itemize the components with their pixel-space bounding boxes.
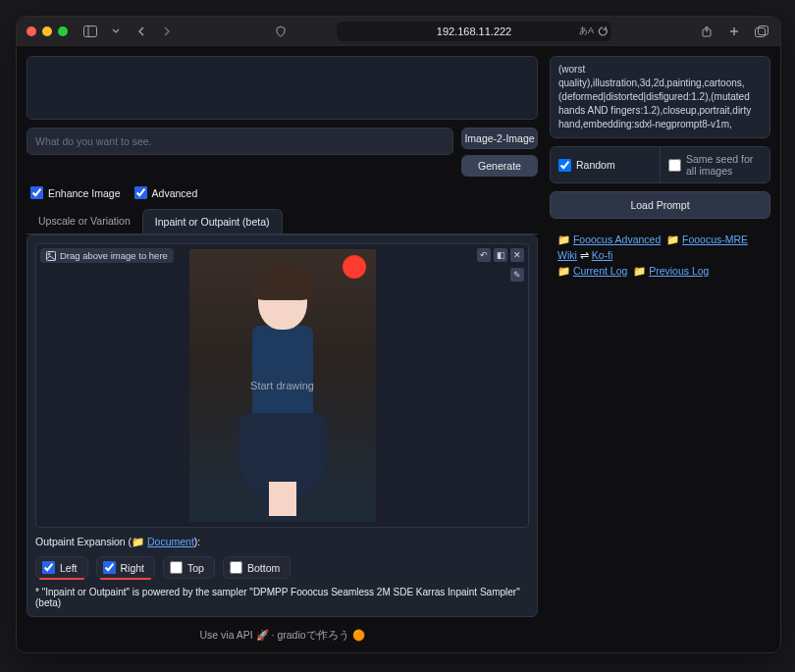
share-icon[interactable]	[698, 23, 716, 40]
lantern-decoration	[343, 255, 366, 279]
kofi-link[interactable]: Ko-fi	[592, 249, 613, 261]
svg-rect-7	[759, 26, 768, 34]
negative-prompt-panel[interactable]: (worst quality),illustration,3d,2d,paint…	[550, 56, 770, 138]
links-panel: 📁 Fooocus Advanced 📁 Fooocus-MRE Wiki ⇌ …	[550, 227, 770, 284]
outpaint-expansion-label: Outpaint Expansion (📁 Document):	[35, 536, 529, 548]
folder-icon: 📁	[633, 265, 646, 277]
same-seed-checkbox[interactable]: Same seed for all images	[660, 147, 769, 182]
fooocus-advanced-link[interactable]: Fooocus Advanced	[573, 233, 661, 245]
undo-icon[interactable]: ↶	[477, 248, 491, 262]
previous-log-link[interactable]: Previous Log	[649, 265, 709, 277]
load-prompt-button[interactable]: Load Prompt	[550, 191, 770, 219]
shield-icon[interactable]	[272, 23, 290, 40]
canvas-area[interactable]: Drag above image to here ↶ ◧ ✕ ✎	[35, 243, 529, 528]
options-row: Enhance Image Advanced	[26, 184, 538, 201]
enhance-image-checkbox[interactable]: Enhance Image	[30, 186, 121, 199]
reader-mode-badge[interactable]: あA	[579, 25, 608, 37]
traffic-lights	[26, 26, 68, 36]
forward-icon[interactable]	[158, 23, 176, 40]
svg-rect-6	[756, 27, 766, 36]
drag-hint: Drag above image to here	[40, 248, 174, 263]
generate-button[interactable]: Generate	[461, 155, 538, 177]
folder-icon: 📁	[557, 265, 570, 277]
start-drawing-label: Start drawing	[250, 380, 314, 391]
svg-point-9	[48, 253, 50, 255]
seed-options-panel: Random Same seed for all images	[550, 146, 770, 183]
inpaint-panel: Drag above image to here ↶ ◧ ✕ ✎	[26, 234, 538, 617]
random-checkbox[interactable]: Random	[551, 147, 660, 182]
image-2-image-button[interactable]: Image-2-Image	[461, 128, 538, 149]
advanced-checkbox[interactable]: Advanced	[134, 186, 198, 199]
prompt-placeholder: What do you want to see.	[35, 135, 151, 147]
gradio-icon: 🟠	[352, 629, 365, 641]
api-link[interactable]: Use via API	[199, 629, 252, 641]
direction-right[interactable]: Right	[96, 556, 156, 579]
minimize-window-icon[interactable]	[42, 26, 52, 36]
footer: Use via API 🚀 · gradioで作ろう 🟠	[26, 625, 538, 645]
image-icon	[46, 251, 56, 261]
current-log-link[interactable]: Current Log	[573, 265, 627, 277]
person-figure	[234, 271, 332, 516]
document-link[interactable]: Document	[147, 536, 194, 547]
new-tab-icon[interactable]	[725, 23, 743, 40]
canvas-image[interactable]: Start drawing	[189, 249, 376, 522]
rocket-icon: 🚀	[256, 629, 272, 641]
close-window-icon[interactable]	[26, 26, 36, 36]
tab-upscale[interactable]: Upscale or Variation	[26, 209, 142, 233]
direction-bottom[interactable]: Bottom	[223, 556, 291, 579]
close-icon[interactable]: ✕	[510, 248, 524, 262]
left-column: What do you want to see. Image-2-Image G…	[26, 56, 538, 645]
svg-rect-0	[84, 26, 97, 36]
folder-icon: 📁	[132, 536, 144, 547]
tab-inpaint[interactable]: Inpaint or Outpaint (beta)	[142, 209, 283, 233]
gradio-link[interactable]: gradioで作ろう	[277, 629, 348, 641]
maximize-window-icon[interactable]	[58, 26, 68, 36]
url-text: 192.168.11.222	[437, 26, 511, 37]
prompt-input[interactable]: What do you want to see.	[26, 128, 453, 155]
tabs-icon[interactable]	[753, 23, 770, 40]
folder-icon: 📁	[666, 233, 679, 245]
url-bar[interactable]: 192.168.11.222 あA	[337, 22, 611, 41]
direction-row: LeftRightTopBottom	[35, 556, 529, 579]
chevron-down-icon[interactable]	[107, 23, 125, 40]
tabs-container: Upscale or Variation Inpaint or Outpaint…	[26, 209, 538, 617]
output-image-area	[26, 56, 538, 120]
erase-icon[interactable]: ◧	[494, 248, 507, 262]
browser-window: 192.168.11.222 あA What do you want to s	[16, 16, 781, 653]
sampler-note: * "Inpaint or Outpaint" is powered by th…	[35, 587, 529, 608]
prompt-row: What do you want to see. Image-2-Image G…	[26, 128, 538, 177]
sidebar-icon[interactable]	[81, 23, 99, 40]
app-content: What do you want to see. Image-2-Image G…	[17, 46, 780, 652]
folder-icon: 📁	[557, 233, 570, 245]
negative-prompt-text: (worst quality),illustration,3d,2d,paint…	[558, 64, 751, 129]
back-icon[interactable]	[132, 23, 150, 40]
edit-icon[interactable]: ✎	[510, 268, 524, 282]
direction-left[interactable]: Left	[35, 556, 88, 579]
sidebar: (worst quality),illustration,3d,2d,paint…	[550, 56, 770, 645]
direction-top[interactable]: Top	[163, 556, 215, 579]
titlebar: 192.168.11.222 あA	[17, 17, 780, 46]
tabs: Upscale or Variation Inpaint or Outpaint…	[26, 209, 538, 234]
